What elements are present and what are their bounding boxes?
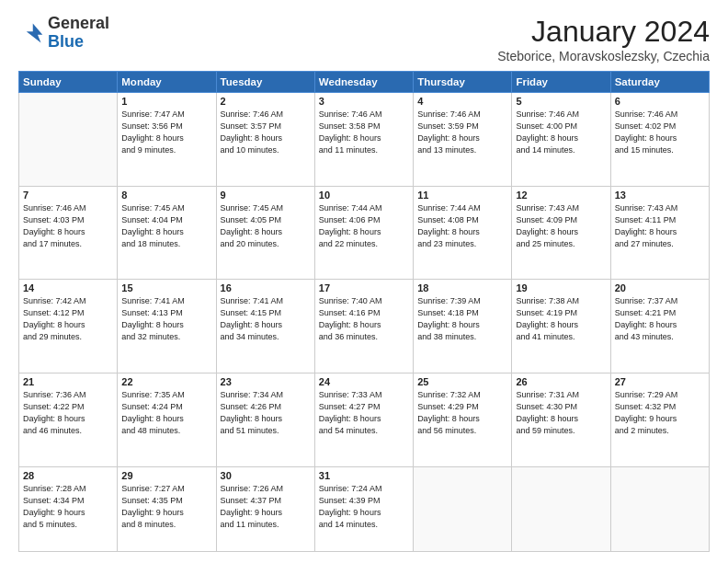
- calendar-cell: 18Sunrise: 7:39 AM Sunset: 4:18 PM Dayli…: [414, 280, 512, 373]
- day-number: 18: [417, 282, 507, 293]
- day-number: 11: [417, 190, 507, 201]
- day-number: 4: [417, 96, 507, 107]
- header: General Blue January 2024 Steborice, Mor…: [18, 15, 710, 63]
- day-info: Sunrise: 7:35 AM Sunset: 4:24 PM Dayligh…: [121, 389, 211, 437]
- calendar-cell: 10Sunrise: 7:44 AM Sunset: 4:06 PM Dayli…: [314, 186, 413, 280]
- calendar-cell: 27Sunrise: 7:29 AM Sunset: 4:32 PM Dayli…: [610, 373, 709, 466]
- day-info: Sunrise: 7:41 AM Sunset: 4:13 PM Dayligh…: [121, 295, 211, 343]
- day-info: Sunrise: 7:37 AM Sunset: 4:21 PM Dayligh…: [615, 295, 705, 343]
- title-block: January 2024 Steborice, Moravskoslezsky,…: [497, 15, 710, 63]
- day-info: Sunrise: 7:33 AM Sunset: 4:27 PM Dayligh…: [319, 389, 409, 437]
- calendar-cell: 22Sunrise: 7:35 AM Sunset: 4:24 PM Dayli…: [118, 373, 216, 466]
- calendar-cell: 8Sunrise: 7:45 AM Sunset: 4:04 PM Daylig…: [118, 186, 216, 280]
- day-number: 16: [221, 282, 311, 293]
- day-info: Sunrise: 7:46 AM Sunset: 3:59 PM Dayligh…: [417, 109, 507, 156]
- day-number: 19: [516, 282, 606, 293]
- day-info: Sunrise: 7:43 AM Sunset: 4:11 PM Dayligh…: [615, 202, 705, 250]
- weekday-header: Sunday: [19, 72, 118, 93]
- day-number: 6: [615, 96, 705, 107]
- weekday-header: Saturday: [610, 72, 709, 93]
- calendar-cell: 26Sunrise: 7:31 AM Sunset: 4:30 PM Dayli…: [512, 373, 610, 466]
- day-number: 17: [319, 282, 409, 293]
- logo-general: General: [48, 14, 109, 32]
- calendar-week-row: 14Sunrise: 7:42 AM Sunset: 4:12 PM Dayli…: [19, 280, 710, 373]
- calendar-cell: [610, 466, 709, 551]
- day-number: 8: [121, 190, 211, 201]
- day-info: Sunrise: 7:40 AM Sunset: 4:16 PM Dayligh…: [319, 295, 409, 343]
- day-number: 1: [121, 96, 211, 107]
- day-info: Sunrise: 7:38 AM Sunset: 4:19 PM Dayligh…: [516, 295, 606, 343]
- day-info: Sunrise: 7:32 AM Sunset: 4:29 PM Dayligh…: [417, 389, 507, 437]
- weekday-header: Thursday: [414, 72, 512, 93]
- day-number: 12: [516, 190, 606, 201]
- day-number: 27: [615, 376, 705, 387]
- calendar-cell: 11Sunrise: 7:44 AM Sunset: 4:08 PM Dayli…: [414, 186, 512, 280]
- day-number: 9: [221, 190, 311, 201]
- day-info: Sunrise: 7:28 AM Sunset: 4:34 PM Dayligh…: [23, 483, 113, 531]
- day-info: Sunrise: 7:43 AM Sunset: 4:09 PM Dayligh…: [516, 202, 606, 250]
- calendar-week-row: 28Sunrise: 7:28 AM Sunset: 4:34 PM Dayli…: [19, 466, 710, 551]
- day-info: Sunrise: 7:42 AM Sunset: 4:12 PM Dayligh…: [23, 295, 113, 343]
- day-info: Sunrise: 7:44 AM Sunset: 4:08 PM Dayligh…: [417, 202, 507, 250]
- calendar-cell: 28Sunrise: 7:28 AM Sunset: 4:34 PM Dayli…: [19, 466, 118, 551]
- calendar-cell: 4Sunrise: 7:46 AM Sunset: 3:59 PM Daylig…: [414, 93, 512, 187]
- weekday-row: SundayMondayTuesdayWednesdayThursdayFrid…: [19, 72, 710, 93]
- logo-text: General Blue: [48, 15, 109, 52]
- day-info: Sunrise: 7:24 AM Sunset: 4:39 PM Dayligh…: [319, 483, 409, 531]
- calendar-cell: 2Sunrise: 7:46 AM Sunset: 3:57 PM Daylig…: [216, 93, 314, 187]
- day-number: 7: [23, 190, 113, 201]
- day-number: 14: [23, 282, 113, 293]
- calendar-cell: 3Sunrise: 7:46 AM Sunset: 3:58 PM Daylig…: [314, 93, 413, 187]
- day-number: 15: [121, 282, 211, 293]
- calendar-cell: 5Sunrise: 7:46 AM Sunset: 4:00 PM Daylig…: [512, 93, 610, 187]
- day-number: 13: [615, 190, 705, 201]
- calendar-cell: 12Sunrise: 7:43 AM Sunset: 4:09 PM Dayli…: [512, 186, 610, 280]
- calendar-cell: 6Sunrise: 7:46 AM Sunset: 4:02 PM Daylig…: [610, 93, 709, 187]
- day-info: Sunrise: 7:31 AM Sunset: 4:30 PM Dayligh…: [516, 389, 606, 437]
- day-info: Sunrise: 7:44 AM Sunset: 4:06 PM Dayligh…: [319, 202, 409, 250]
- calendar-cell: 31Sunrise: 7:24 AM Sunset: 4:39 PM Dayli…: [314, 466, 413, 551]
- page: General Blue January 2024 Steborice, Mor…: [0, 0, 728, 563]
- calendar-cell: 29Sunrise: 7:27 AM Sunset: 4:35 PM Dayli…: [118, 466, 216, 551]
- day-info: Sunrise: 7:46 AM Sunset: 3:57 PM Dayligh…: [221, 109, 311, 156]
- calendar-cell: [414, 466, 512, 551]
- day-info: Sunrise: 7:46 AM Sunset: 4:02 PM Dayligh…: [615, 109, 705, 156]
- calendar-cell: 15Sunrise: 7:41 AM Sunset: 4:13 PM Dayli…: [118, 280, 216, 373]
- calendar-cell: 13Sunrise: 7:43 AM Sunset: 4:11 PM Dayli…: [610, 186, 709, 280]
- day-number: 21: [23, 376, 113, 387]
- day-info: Sunrise: 7:47 AM Sunset: 3:56 PM Dayligh…: [121, 109, 211, 156]
- weekday-header: Tuesday: [216, 72, 314, 93]
- day-number: 3: [319, 96, 409, 107]
- calendar-week-row: 1Sunrise: 7:47 AM Sunset: 3:56 PM Daylig…: [19, 93, 710, 187]
- calendar-cell: [512, 466, 610, 551]
- day-info: Sunrise: 7:26 AM Sunset: 4:37 PM Dayligh…: [221, 483, 311, 531]
- calendar-cell: 19Sunrise: 7:38 AM Sunset: 4:19 PM Dayli…: [512, 280, 610, 373]
- logo-blue: Blue: [48, 32, 84, 51]
- day-info: Sunrise: 7:41 AM Sunset: 4:15 PM Dayligh…: [221, 295, 311, 343]
- calendar-cell: [19, 93, 118, 187]
- day-info: Sunrise: 7:46 AM Sunset: 3:58 PM Dayligh…: [319, 109, 409, 156]
- day-info: Sunrise: 7:46 AM Sunset: 4:03 PM Dayligh…: [23, 202, 113, 250]
- calendar-week-row: 7Sunrise: 7:46 AM Sunset: 4:03 PM Daylig…: [19, 186, 710, 280]
- day-number: 5: [516, 96, 606, 107]
- day-number: 10: [319, 190, 409, 201]
- day-number: 25: [417, 376, 507, 387]
- logo: General Blue: [18, 15, 109, 52]
- day-number: 20: [615, 282, 705, 293]
- day-info: Sunrise: 7:34 AM Sunset: 4:26 PM Dayligh…: [221, 389, 311, 437]
- day-info: Sunrise: 7:29 AM Sunset: 4:32 PM Dayligh…: [615, 389, 705, 437]
- calendar-cell: 20Sunrise: 7:37 AM Sunset: 4:21 PM Dayli…: [610, 280, 709, 373]
- calendar-week-row: 21Sunrise: 7:36 AM Sunset: 4:22 PM Dayli…: [19, 373, 710, 466]
- weekday-header: Monday: [118, 72, 216, 93]
- calendar-cell: 16Sunrise: 7:41 AM Sunset: 4:15 PM Dayli…: [216, 280, 314, 373]
- svg-marker-0: [27, 23, 43, 42]
- calendar-header: SundayMondayTuesdayWednesdayThursdayFrid…: [19, 72, 710, 93]
- day-number: 31: [319, 470, 409, 481]
- weekday-header: Friday: [512, 72, 610, 93]
- calendar-title: January 2024: [497, 15, 710, 49]
- calendar-subtitle: Steborice, Moravskoslezsky, Czechia: [497, 49, 710, 63]
- day-number: 28: [23, 470, 113, 481]
- day-number: 30: [221, 470, 311, 481]
- calendar-cell: 30Sunrise: 7:26 AM Sunset: 4:37 PM Dayli…: [216, 466, 314, 551]
- calendar-body: 1Sunrise: 7:47 AM Sunset: 3:56 PM Daylig…: [19, 93, 710, 552]
